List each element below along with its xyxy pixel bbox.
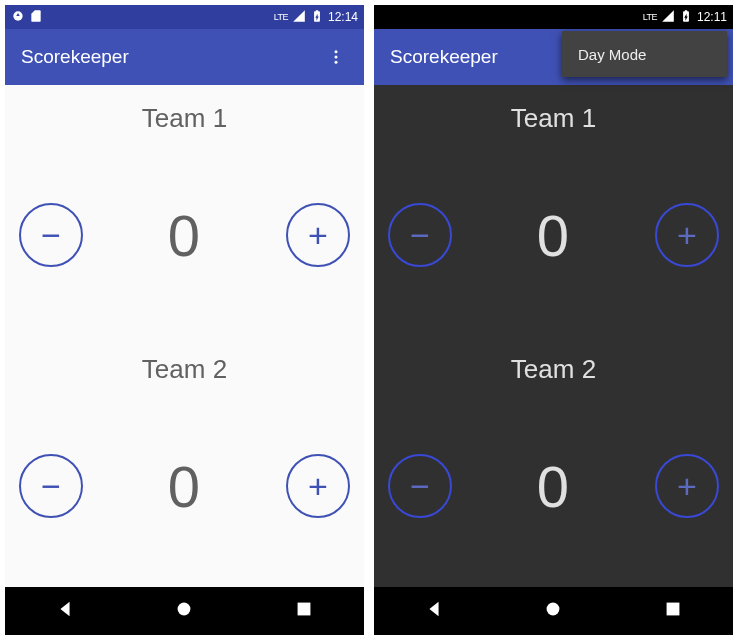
nav-recent-button[interactable] (662, 598, 684, 624)
team2-plus-button[interactable]: + (655, 454, 719, 518)
phone-dark: LTE 12:11 Scorekeeper Day Mode Team 1 − … (374, 5, 733, 635)
team2-minus-button[interactable]: − (19, 454, 83, 518)
nav-home-button[interactable] (542, 598, 564, 624)
team2-score-row: − 0 + (374, 385, 733, 587)
team1-minus-button[interactable]: − (388, 203, 452, 267)
content-area: Team 1 − 0 + Team 2 − 0 + (374, 85, 733, 587)
team2-score: 0 (537, 453, 570, 520)
battery-charging-icon (310, 9, 324, 26)
team2-label: Team 2 (142, 354, 227, 385)
lte-icon: LTE (274, 12, 288, 22)
app-title: Scorekeeper (21, 46, 324, 68)
team1-score: 0 (537, 202, 570, 269)
svg-rect-5 (298, 603, 311, 616)
team1-minus-button[interactable]: − (19, 203, 83, 267)
sd-card-icon (29, 9, 43, 26)
nav-back-button[interactable] (423, 598, 445, 624)
navigation-bar (374, 587, 733, 635)
content-area: Team 1 − 0 + Team 2 − 0 + (5, 85, 364, 587)
navigation-bar (5, 587, 364, 635)
team2-label: Team 2 (511, 354, 596, 385)
team1-label: Team 1 (142, 103, 227, 134)
team1-score-row: − 0 + (374, 134, 733, 336)
team1-block: Team 1 − 0 + (374, 85, 733, 336)
status-bar: LTE 12:14 (5, 5, 364, 29)
svg-rect-7 (667, 603, 680, 616)
team2-score: 0 (168, 453, 201, 520)
team1-label: Team 1 (511, 103, 596, 134)
app-bar: Scorekeeper (5, 29, 364, 85)
nav-back-button[interactable] (54, 598, 76, 624)
status-clock: 12:14 (328, 10, 358, 24)
battery-charging-icon (679, 9, 693, 26)
signal-icon (292, 9, 306, 26)
status-clock: 12:11 (697, 10, 727, 24)
nav-home-button[interactable] (173, 598, 195, 624)
popup-menu: Day Mode (562, 31, 727, 77)
team1-plus-button[interactable]: + (655, 203, 719, 267)
svg-point-1 (335, 50, 338, 53)
team1-block: Team 1 − 0 + (5, 85, 364, 336)
svg-point-4 (178, 603, 191, 616)
team1-score: 0 (168, 202, 201, 269)
overflow-menu-button[interactable] (324, 45, 348, 69)
team1-score-row: − 0 + (5, 134, 364, 336)
lte-icon: LTE (643, 12, 657, 22)
map-marker-icon (11, 9, 25, 26)
team2-minus-button[interactable]: − (388, 454, 452, 518)
status-bar: LTE 12:11 (374, 5, 733, 29)
team2-block: Team 2 − 0 + (5, 336, 364, 587)
svg-point-3 (335, 61, 338, 64)
team2-block: Team 2 − 0 + (374, 336, 733, 587)
signal-icon (661, 9, 675, 26)
team2-plus-button[interactable]: + (286, 454, 350, 518)
team2-score-row: − 0 + (5, 385, 364, 587)
svg-point-6 (547, 603, 560, 616)
svg-point-2 (335, 56, 338, 59)
menu-item-day-mode[interactable]: Day Mode (578, 46, 646, 63)
nav-recent-button[interactable] (293, 598, 315, 624)
phone-light: LTE 12:14 Scorekeeper Team 1 − 0 + Team … (5, 5, 364, 635)
team1-plus-button[interactable]: + (286, 203, 350, 267)
